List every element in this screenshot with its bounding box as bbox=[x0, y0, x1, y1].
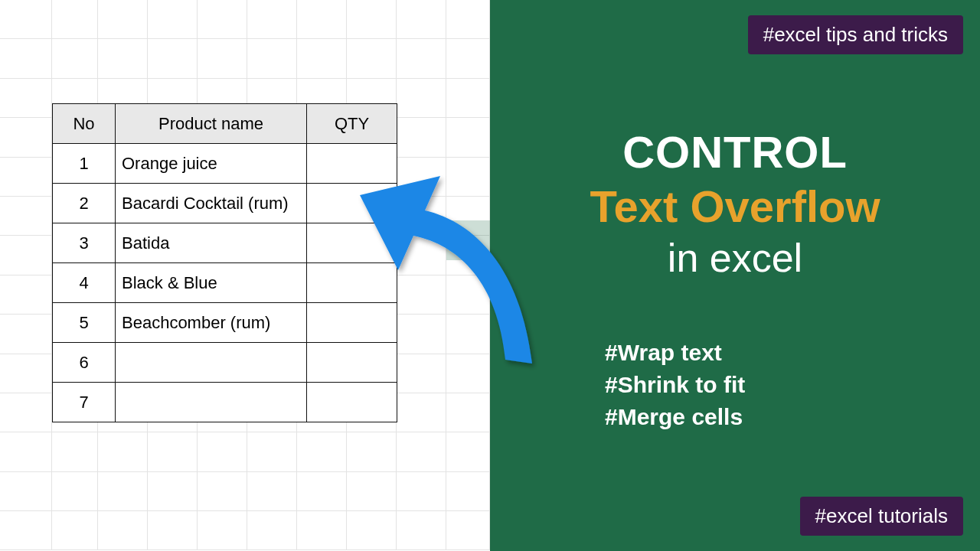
title-line-1: CONTROL bbox=[490, 126, 980, 178]
title-block: CONTROL Text Overflow in excel bbox=[490, 126, 980, 281]
tag-tutorials: #excel tutorials bbox=[800, 497, 963, 536]
cell-name[interactable]: Bacardi Cocktail (rum) bbox=[116, 184, 307, 223]
table-row[interactable]: 1 Orange juice bbox=[53, 144, 397, 184]
cell-qty[interactable] bbox=[307, 383, 397, 422]
bullet-wrap-text: #Wrap text bbox=[605, 337, 745, 369]
cell-qty[interactable] bbox=[307, 303, 397, 343]
table-row[interactable]: 3 Batida bbox=[53, 223, 397, 263]
cell-no[interactable]: 7 bbox=[53, 383, 116, 422]
table-row[interactable]: 6 bbox=[53, 343, 397, 383]
cell-no[interactable]: 6 bbox=[53, 343, 116, 383]
title-line-2: Text Overflow bbox=[490, 181, 980, 232]
table-row[interactable]: 4 Black & Blue bbox=[53, 263, 397, 303]
cell-qty[interactable] bbox=[307, 343, 397, 383]
table-row[interactable]: 2 Bacardi Cocktail (rum) bbox=[53, 184, 397, 223]
cell-name[interactable]: Black & Blue bbox=[116, 263, 307, 303]
table-row[interactable]: 7 bbox=[53, 383, 397, 422]
header-no[interactable]: No bbox=[53, 104, 116, 144]
cell-name[interactable]: Orange juice bbox=[116, 144, 307, 184]
cell-qty[interactable] bbox=[307, 144, 397, 184]
bullet-shrink-to-fit: #Shrink to fit bbox=[605, 369, 745, 401]
cell-no[interactable]: 2 bbox=[53, 184, 116, 223]
table-header-row: No Product name QTY bbox=[53, 104, 397, 144]
cell-no[interactable]: 4 bbox=[53, 263, 116, 303]
cell-no[interactable]: 3 bbox=[53, 223, 116, 263]
tag-tips: #excel tips and tricks bbox=[748, 15, 963, 54]
cell-name[interactable] bbox=[116, 343, 307, 383]
cell-qty[interactable] bbox=[307, 223, 397, 263]
title-line-3: in excel bbox=[490, 235, 980, 281]
cell-name[interactable]: Batida bbox=[116, 223, 307, 263]
overflow-text: Bacardi Cocktail (rum) bbox=[122, 194, 289, 214]
product-table[interactable]: No Product name QTY 1 Orange juice 2 Bac… bbox=[52, 103, 397, 422]
header-qty[interactable]: QTY bbox=[307, 104, 397, 144]
header-name[interactable]: Product name bbox=[116, 104, 307, 144]
cell-name[interactable]: Beachcomber (rum) bbox=[116, 303, 307, 343]
cell-no[interactable]: 1 bbox=[53, 144, 116, 184]
cell-qty[interactable] bbox=[307, 184, 397, 223]
table-row[interactable]: 5 Beachcomber (rum) bbox=[53, 303, 397, 343]
cell-qty[interactable] bbox=[307, 263, 397, 303]
bullet-list: #Wrap text #Shrink to fit #Merge cells bbox=[605, 337, 745, 433]
bullet-merge-cells: #Merge cells bbox=[605, 401, 745, 433]
cell-no[interactable]: 5 bbox=[53, 303, 116, 343]
cell-highlight bbox=[446, 220, 490, 260]
title-panel: #excel tips and tricks CONTROL Text Over… bbox=[490, 0, 980, 551]
spreadsheet-area: No Product name QTY 1 Orange juice 2 Bac… bbox=[0, 0, 490, 551]
cell-name[interactable] bbox=[116, 383, 307, 422]
